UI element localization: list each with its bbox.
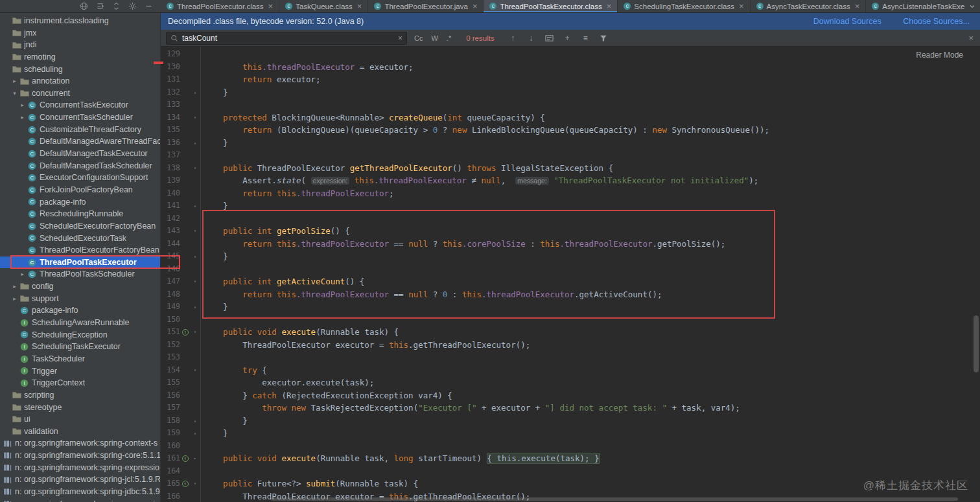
tabs-overflow-chevron-icon[interactable] [964, 0, 980, 12]
fold-marker-icon[interactable]: ▴ [190, 427, 200, 440]
tree-item-reschedulingrunnable[interactable]: CReschedulingRunnable [0, 208, 160, 220]
tree-item-n-org-springframework-spring-core-5-1-1[interactable]: n: org.springframework:spring-core:5.1.1 [0, 450, 160, 462]
fold-marker-icon[interactable]: ▾ [190, 275, 200, 288]
tree-item-threadpoolexecutorfactorybean[interactable]: CThreadPoolExecutorFactoryBean [0, 244, 160, 257]
tree-item-forkjoinpoolfactorybean[interactable]: CForkJoinPoolFactoryBean [0, 184, 160, 196]
tree-item-concurrenttaskexecutor[interactable]: ▸CConcurrentTaskExecutor [0, 99, 160, 111]
tree-item-jndi[interactable]: jndi [0, 39, 160, 51]
tree-item-n-org-springframework-spring-jcl-5-1-9-r[interactable]: n: org.springframework:spring-jcl:5.1.9.… [0, 473, 160, 486]
tree-item-validation[interactable]: validation [0, 426, 160, 438]
tree-item-defaultmanagedawarethreadfactory[interactable]: CDefaultManagedAwareThreadFactory [0, 135, 160, 148]
tree-item-remoting[interactable]: remoting [0, 51, 160, 63]
tab-close-icon[interactable]: × [739, 1, 744, 11]
arrow-down-icon[interactable]: ↓ [525, 34, 537, 43]
tree-item-n-org-springframework-spring-expressio[interactable]: n: org.springframework:spring-expressio [0, 462, 160, 474]
tab-schedulingtaskexecutor-class[interactable]: cSchedulingTaskExecutor.class× [618, 0, 750, 12]
tab-close-icon[interactable]: × [268, 1, 274, 11]
tree-item-ui[interactable]: ui [0, 413, 160, 426]
chevron-collapsed-icon[interactable]: ▸ [18, 111, 27, 124]
tree-item-defaultmanagedtaskexecutor[interactable]: CDefaultManagedTaskExecutor [0, 148, 160, 160]
tree-item-package-info[interactable]: Cpackage-info [0, 196, 160, 209]
tab-taskqueue-class[interactable]: cTaskQueue.class× [279, 0, 368, 12]
tree-item-trigger[interactable]: ITrigger [0, 365, 160, 378]
tab-threadpooltaskexecutor-class[interactable]: cThreadPoolTaskExecutor.class× [484, 0, 618, 12]
tree-item-customizablethreadfactory[interactable]: CCustomizableThreadFactory [0, 124, 160, 136]
tree-item-threadpooltaskexecutor[interactable]: CThreadPoolTaskExecutor [0, 257, 160, 269]
choose-sources-link[interactable]: Choose Sources... [903, 17, 970, 26]
tree-item-concurrent[interactable]: ▾concurrent [0, 87, 160, 100]
chevron-collapsed-icon[interactable]: ▸ [18, 268, 27, 280]
fold-marker-icon[interactable]: ▾ [190, 111, 200, 124]
overrides-method-icon[interactable]: ↑ [180, 326, 190, 339]
download-sources-link[interactable]: Download Sources [813, 17, 881, 26]
tree-item-defaultmanagedtaskscheduler[interactable]: CDefaultManagedTaskScheduler [0, 160, 160, 172]
regex-toggle[interactable]: .* [445, 34, 452, 42]
chevron-expanded-icon[interactable]: ▾ [10, 87, 19, 100]
tree-item-schedulingtaskexecutor[interactable]: ISchedulingTaskExecutor [0, 341, 160, 353]
chevron-collapsed-icon[interactable]: ▸ [10, 75, 19, 87]
tree-item-threadpooltaskscheduler[interactable]: ▸CThreadPoolTaskScheduler [0, 268, 160, 280]
fold-marker-icon[interactable]: ▾ [190, 162, 200, 175]
chevron-collapsed-icon[interactable]: ▸ [10, 280, 19, 293]
search-input[interactable]: taskCount × [166, 32, 407, 45]
settings-gear-icon[interactable] [128, 2, 137, 10]
tree-item-instrument-classloading[interactable]: instrument.classloading [0, 15, 160, 27]
fold-marker-icon[interactable]: ▴ [190, 137, 200, 150]
tree-item-n-org-springframework-spring-messagin[interactable]: n: org.springframework:spring-messagin [0, 498, 160, 502]
select-all-icon[interactable] [543, 34, 555, 43]
overrides-method-icon[interactable]: ↑ [180, 477, 190, 490]
match-case-toggle[interactable]: Cc [413, 34, 424, 42]
tab-threadpoolexecutor-class[interactable]: cThreadPoolExecutor.class× [161, 0, 279, 12]
tree-item-executorconfigurationsupport[interactable]: CExecutorConfigurationSupport [0, 172, 160, 184]
tree-item-scheduling[interactable]: scheduling [0, 63, 160, 76]
fold-marker-icon[interactable]: ▾ [190, 225, 200, 238]
tree-item-schedulingexception[interactable]: CSchedulingException [0, 329, 160, 341]
fold-marker-icon[interactable]: ▴ [190, 200, 200, 212]
reader-mode-label[interactable]: Reader Mode [916, 51, 963, 60]
fold-marker-icon[interactable]: ▾ [190, 364, 200, 377]
hide-window-icon[interactable] [145, 2, 153, 10]
tree-item-jmx[interactable]: jmx [0, 27, 160, 40]
fold-marker-icon[interactable]: ▴ [190, 415, 200, 428]
tree-item-concurrenttaskscheduler[interactable]: ▸CConcurrentTaskScheduler [0, 111, 160, 124]
tab-close-icon[interactable]: × [357, 1, 362, 11]
close-search-icon[interactable]: × [968, 33, 974, 43]
tree-item-annotation[interactable]: ▸annotation [0, 75, 160, 87]
chevron-collapsed-icon[interactable]: ▸ [18, 99, 27, 111]
tab-asynctaskexecutor-class[interactable]: cAsyncTaskExecutor.class× [751, 0, 867, 12]
fold-marker-icon[interactable]: ▴ [190, 250, 200, 263]
add-selection-icon[interactable]: + [561, 34, 574, 43]
tab-asynclistenabletaskexecutor-class[interactable]: cAsyncListenableTaskExecutor.class× [866, 0, 964, 12]
tab-close-icon[interactable]: × [855, 1, 860, 11]
fold-marker-icon[interactable]: ▴ [190, 86, 200, 99]
fold-marker-icon[interactable]: ▾ [190, 326, 200, 339]
fold-marker-icon[interactable]: ▾ [190, 477, 200, 490]
tree-item-stereotype[interactable]: stereotype [0, 402, 160, 414]
tree-item-schedulingawarerunnable[interactable]: ISchedulingAwareRunnable [0, 317, 160, 329]
code-editor[interactable]: 129130 this.threadPoolExecutor = executo… [161, 47, 980, 502]
tree-item-scheduledexecutorfactorybean[interactable]: CScheduledExecutorFactoryBean [0, 220, 160, 233]
tree-item-n-org-springframework-spring-context-s[interactable]: n: org.springframework:spring-context-s [0, 437, 160, 450]
tab-close-icon[interactable]: × [472, 1, 478, 11]
filter-lines-icon[interactable]: ≡ [579, 34, 592, 43]
horizontal-scrollbar[interactable] [271, 497, 958, 501]
overrides-method-icon[interactable]: ↑ [180, 452, 190, 465]
fold-marker-icon[interactable]: ▴ [190, 301, 200, 314]
filter-funnel-icon[interactable] [598, 34, 610, 43]
tree-item-n-org-springframework-spring-jdbc-5-1-9[interactable]: n: org.springframework:spring-jdbc:5.1.9 [0, 486, 160, 498]
tab-close-icon[interactable]: × [607, 1, 612, 11]
tree-item-config[interactable]: ▸config [0, 280, 160, 293]
chevron-collapsed-icon[interactable]: ▸ [10, 293, 19, 305]
globe-icon[interactable] [80, 2, 88, 10]
tree-item-scheduledexecutortask[interactable]: CScheduledExecutorTask [0, 233, 160, 245]
arrow-up-icon[interactable]: ↑ [507, 34, 519, 43]
tree-item-scripting[interactable]: scripting [0, 389, 160, 402]
tree-item-package-info[interactable]: Cpackage-info [0, 304, 160, 317]
tree-item-support[interactable]: ▸support [0, 293, 160, 305]
fold-marker-icon[interactable]: ▸ [190, 452, 200, 465]
whole-words-toggle[interactable]: W [430, 34, 439, 42]
scroll-from-source-icon[interactable] [96, 2, 104, 10]
vertical-scrollbar[interactable] [974, 315, 979, 372]
tab-threadpoolexecutor-java[interactable]: cThreadPoolExecutor.java× [368, 0, 484, 12]
collapse-all-icon[interactable] [112, 2, 121, 10]
